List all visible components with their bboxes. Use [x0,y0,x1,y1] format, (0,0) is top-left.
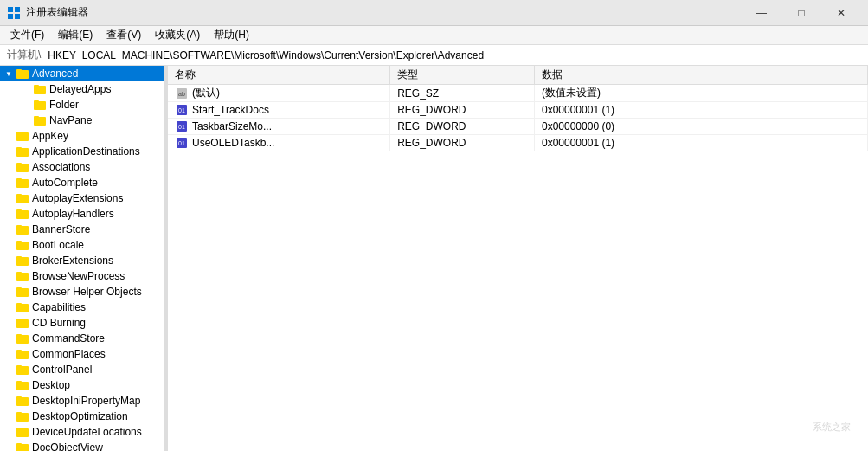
close-button[interactable]: ✕ [821,0,861,26]
menu-favorites[interactable]: 收藏夹(A) [148,26,207,44]
tree-item-docobjectview[interactable]: ▶ DocObjectView [0,440,164,451]
tree-item-bannerstore[interactable]: ▶ BannerStore [0,222,164,237]
tree-item-commandstore[interactable]: ▶ CommandStore [0,331,164,346]
tree-label-bho: Browser Helper Objects [32,286,142,298]
col-name[interactable]: 名称 [168,66,390,85]
tree-label-controlpanel: ControlPanel [32,364,92,376]
folder-icon-navpane [33,113,47,127]
tree-label-browsenewproc: BrowseNewProcess [32,270,125,282]
col-data[interactable]: 数据 [534,66,867,85]
value-type-default: REG_SZ [390,85,535,102]
folder-icon-desktopini [16,394,29,408]
svg-rect-39 [16,334,22,337]
menu-edit[interactable]: 编辑(E) [51,26,100,44]
svg-rect-23 [16,209,22,212]
folder-icon-capabilities [16,300,29,314]
svg-rect-1 [15,7,20,12]
tree-label-desktopopt: DesktopOptimization [32,410,128,422]
menu-help[interactable]: 帮助(H) [207,26,256,44]
title-bar: 注册表编辑器 — □ ✕ [0,0,868,26]
address-bar: 计算机\ HKEY_LOCAL_MACHINE\SOFTWARE\Microso… [0,45,868,66]
tree-item-autoplayhandlers[interactable]: ▶ AutoplayHandlers [0,206,164,222]
table-row[interactable]: ab (默认) REG_SZ (数值未设置) [168,85,868,102]
tree-item-desktopopt[interactable]: ▶ DesktopOptimization [0,409,164,424]
tree-item-controlpanel[interactable]: ▶ ControlPanel [0,362,164,377]
col-type[interactable]: 类型 [390,66,535,85]
folder-icon-cdburning [16,316,29,330]
value-data-default: (数值未设置) [534,85,867,102]
folder-icon-deviceupdate [16,425,29,439]
minimize-button[interactable]: — [742,0,781,26]
expand-arrow-advanced: ▼ [3,68,14,79]
table-row[interactable]: 01 UseOLEDTaskb... REG_DWORD 0x00000001 … [168,135,868,151]
svg-rect-51 [16,428,22,430]
value-type-taskbar: REG_DWORD [390,119,535,135]
tree-item-deviceupdate[interactable]: ▶ DeviceUpdateLocations [0,424,164,440]
value-type-oled: REG_DWORD [390,135,535,151]
value-name-taskbar: 01 TaskbarSizeMo... [168,119,390,135]
folder-icon-appkey [16,129,29,143]
tree-item-appdest[interactable]: ▶ ApplicationDestinations [0,144,164,159]
folder-icon-delayed [33,82,47,96]
menu-file[interactable]: 文件(F) [3,26,51,44]
folder-icon-bootlocale [16,238,29,252]
tree-label-deviceupdate: DeviceUpdateLocations [32,426,142,438]
reg-dword-icon-3: 01 [175,136,189,150]
tree-label-appdest: ApplicationDestinations [32,145,140,158]
maximize-button[interactable]: □ [781,0,821,26]
reg-dword-icon-2: 01 [175,119,189,133]
folder-icon-browsenewproc [16,269,29,283]
value-data-oled: 0x00000001 (1) [534,135,867,151]
tree-item-folder[interactable]: ▶ Folder [0,97,164,113]
svg-rect-29 [16,256,22,259]
menu-view[interactable]: 查看(V) [100,26,148,44]
values-panel[interactable]: 名称 类型 数据 ab (默认) [168,66,868,451]
folder-icon-commandstore [16,332,29,345]
tree-item-desktopini[interactable]: ▶ DesktopIniPropertyMap [0,393,164,409]
tree-item-capabilities[interactable]: ▶ Capabilities [0,300,164,315]
tree-item-advanced[interactable]: ▼ Advanced [0,66,164,81]
svg-rect-7 [34,85,39,87]
svg-rect-53 [16,443,22,446]
tree-item-delayedapps[interactable]: ▶ DelayedApps [0,81,164,97]
tree-item-associations[interactable]: ▶ Associations [0,159,164,175]
menu-bar: 文件(F) 编辑(E) 查看(V) 收藏夹(A) 帮助(H) [0,26,868,45]
tree-label-cdburning: CD Burning [32,317,86,329]
tree-label-desktop: Desktop [32,379,70,391]
tree-item-autocomplete[interactable]: ▶ AutoComplete [0,175,164,190]
svg-rect-3 [15,14,20,19]
tree-item-cdburning[interactable]: ▶ CD Burning [0,315,164,331]
tree-label-autoplayhandlers: AutoplayHandlers [32,208,114,220]
tree-item-desktop[interactable]: ▶ Desktop [0,377,164,393]
svg-rect-19 [16,178,22,181]
svg-rect-13 [16,132,22,134]
app-icon [7,6,21,20]
tree-item-browsenewproc[interactable]: ▶ BrowseNewProcess [0,268,164,284]
tree-label-delayedapps: DelayedApps [49,83,111,95]
svg-rect-45 [16,381,22,383]
table-row[interactable]: 01 Start_TrackDocs REG_DWORD 0x00000001 … [168,102,868,119]
svg-rect-33 [16,287,22,290]
folder-icon-commonplaces [16,347,29,361]
tree-item-appkey[interactable]: ▶ AppKey [0,128,164,144]
tree-item-commonplaces[interactable]: ▶ CommonPlaces [0,346,164,362]
main-content: ▼ Advanced ▶ DelayedApps ▶ Folder [0,66,868,451]
folder-icon-docobjectview [16,441,29,451]
tree-item-bootlocale[interactable]: ▶ BootLocale [0,237,164,253]
tree-label-commonplaces: CommonPlaces [32,348,106,360]
value-name-default: ab (默认) [168,85,390,102]
svg-rect-17 [16,163,22,165]
tree-item-brokerext[interactable]: ▶ BrokerExtensions [0,253,164,268]
tree-panel[interactable]: ▼ Advanced ▶ DelayedApps ▶ Folder [0,66,164,451]
svg-rect-43 [16,365,22,368]
tree-item-bho[interactable]: ▶ Browser Helper Objects [0,284,164,300]
window-title: 注册表编辑器 [26,5,88,20]
svg-rect-9 [34,100,39,103]
tree-item-autoplayext[interactable]: ▶ AutoplayExtensions [0,190,164,206]
svg-rect-49 [16,412,22,415]
tree-label-desktopini: DesktopIniPropertyMap [32,395,140,407]
tree-label-appkey: AppKey [32,130,68,142]
tree-item-navpane[interactable]: ▶ NavPane [0,113,164,128]
address-label: 计算机\ [7,48,41,62]
table-row[interactable]: 01 TaskbarSizeMo... REG_DWORD 0x00000000… [168,119,868,135]
